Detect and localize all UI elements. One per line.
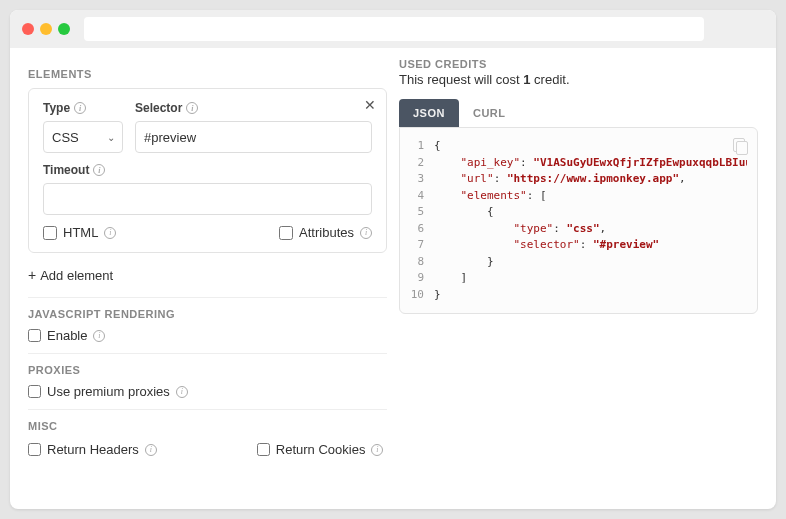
- add-element-text: Add element: [40, 268, 113, 283]
- return-headers-checkbox[interactable]: [28, 443, 41, 456]
- info-icon[interactable]: [371, 444, 383, 456]
- code-tabs: JSON CURL: [399, 99, 758, 127]
- code-box: 1{ 2 "api_key": "V1ASuGyUEwxQfjrIZfpEwpu…: [399, 127, 758, 314]
- code-text: "api_key": "V1ASuGyUEwxQfjrIZfpEwpuxqqbL…: [434, 155, 747, 172]
- code-text: {: [434, 204, 494, 221]
- html-checkbox-label[interactable]: HTML: [43, 225, 116, 240]
- html-checkbox[interactable]: [43, 226, 57, 240]
- timeout-input[interactable]: [43, 183, 372, 215]
- enable-js-text: Enable: [47, 328, 87, 343]
- line-number: 2: [404, 155, 424, 172]
- info-icon[interactable]: [186, 102, 198, 114]
- line-number: 5: [404, 204, 424, 221]
- type-select[interactable]: CSS: [43, 121, 123, 153]
- app-window: ELEMENTS ✕ Type CSS ⌄: [10, 10, 776, 509]
- info-icon[interactable]: [145, 444, 157, 456]
- tab-curl[interactable]: CURL: [459, 99, 520, 127]
- return-cookies-checkbox-label[interactable]: Return Cookies: [257, 442, 384, 457]
- credits-count: 1: [523, 72, 530, 87]
- code-text: {: [434, 138, 441, 155]
- plus-icon: +: [28, 267, 36, 283]
- attributes-checkbox[interactable]: [279, 226, 293, 240]
- line-number: 6: [404, 221, 424, 238]
- copy-icon[interactable]: [733, 138, 747, 154]
- code-text: "url": "https://www.ipmonkey.app",: [434, 171, 686, 188]
- js-section-label: JAVASCRIPT RENDERING: [28, 308, 387, 320]
- info-icon[interactable]: [360, 227, 372, 239]
- code-text: "elements": [: [434, 188, 547, 205]
- enable-js-checkbox-label[interactable]: Enable: [28, 328, 387, 343]
- line-number: 10: [404, 287, 424, 304]
- maximize-dot[interactable]: [58, 23, 70, 35]
- timeout-label-text: Timeout: [43, 163, 89, 177]
- attributes-checkbox-label[interactable]: Attributes: [279, 225, 372, 240]
- close-dot[interactable]: [22, 23, 34, 35]
- line-number: 8: [404, 254, 424, 271]
- premium-proxies-checkbox[interactable]: [28, 385, 41, 398]
- return-headers-text: Return Headers: [47, 442, 139, 457]
- right-panel: USED CREDITS This request will cost 1 cr…: [399, 58, 758, 491]
- element-card: ✕ Type CSS ⌄: [28, 88, 387, 253]
- attributes-checkbox-text: Attributes: [299, 225, 354, 240]
- line-number: 9: [404, 270, 424, 287]
- code-text: "selector": "#preview": [434, 237, 659, 254]
- premium-proxies-text: Use premium proxies: [47, 384, 170, 399]
- timeout-label: Timeout: [43, 163, 372, 177]
- code-text: }: [434, 254, 494, 271]
- address-bar[interactable]: [84, 17, 704, 41]
- code-text: "type": "css",: [434, 221, 606, 238]
- content: ELEMENTS ✕ Type CSS ⌄: [10, 48, 776, 509]
- return-cookies-text: Return Cookies: [276, 442, 366, 457]
- line-number: 4: [404, 188, 424, 205]
- selector-label: Selector: [135, 101, 372, 115]
- type-label-text: Type: [43, 101, 70, 115]
- line-number: 3: [404, 171, 424, 188]
- close-icon[interactable]: ✕: [364, 97, 376, 113]
- code-text: }: [434, 287, 441, 304]
- minimize-dot[interactable]: [40, 23, 52, 35]
- line-number: 7: [404, 237, 424, 254]
- enable-js-checkbox[interactable]: [28, 329, 41, 342]
- used-credits-label: USED CREDITS: [399, 58, 758, 70]
- tab-json[interactable]: JSON: [399, 99, 459, 127]
- left-panel: ELEMENTS ✕ Type CSS ⌄: [28, 58, 387, 491]
- info-icon[interactable]: [93, 164, 105, 176]
- titlebar: [10, 10, 776, 48]
- selector-input[interactable]: [135, 121, 372, 153]
- misc-section-label: MISC: [28, 420, 387, 432]
- credits-text: This request will cost 1 credit.: [399, 72, 758, 87]
- code-text: ]: [434, 270, 467, 287]
- proxies-section-label: PROXIES: [28, 364, 387, 376]
- info-icon[interactable]: [93, 330, 105, 342]
- info-icon[interactable]: [104, 227, 116, 239]
- info-icon[interactable]: [74, 102, 86, 114]
- html-checkbox-text: HTML: [63, 225, 98, 240]
- selector-label-text: Selector: [135, 101, 182, 115]
- premium-proxies-checkbox-label[interactable]: Use premium proxies: [28, 384, 387, 399]
- return-headers-checkbox-label[interactable]: Return Headers: [28, 442, 157, 457]
- info-icon[interactable]: [176, 386, 188, 398]
- credits-suffix: credit.: [531, 72, 570, 87]
- elements-section-label: ELEMENTS: [28, 68, 387, 80]
- add-element-button[interactable]: + Add element: [28, 267, 387, 283]
- line-number: 1: [404, 138, 424, 155]
- type-label: Type: [43, 101, 123, 115]
- credits-prefix: This request will cost: [399, 72, 523, 87]
- return-cookies-checkbox[interactable]: [257, 443, 270, 456]
